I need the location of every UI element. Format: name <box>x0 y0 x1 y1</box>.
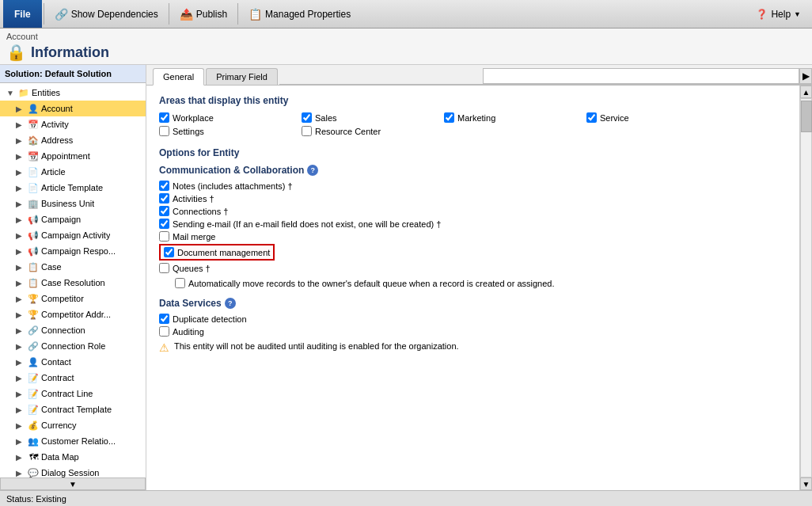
sidebar-tree[interactable]: ▼ 📁 Entities ▶ 👤 Account ▶ 📅 Activity ▶ … <box>0 83 146 477</box>
sidebar-item-account[interactable]: ▶ 👤 Account <box>0 101 146 116</box>
area-checkbox-label: Resource Center <box>315 127 381 136</box>
item-arrow-icon: ▶ <box>16 390 25 398</box>
managed-properties-button[interactable]: 📋 Managed Properties <box>240 0 359 28</box>
item-icon: 📢 <box>27 245 40 257</box>
comm-checkbox-item: Activities † <box>159 193 787 204</box>
comm-checkbox[interactable] <box>159 206 169 216</box>
help-icon: ❓ <box>756 9 768 20</box>
sidebar-header: Solution: Default Solution <box>0 65 146 83</box>
comm-checkbox[interactable] <box>159 193 169 204</box>
item-arrow-icon: ▶ <box>16 168 25 177</box>
sidebar-item-business-unit[interactable]: ▶ 🏢 Business Unit <box>0 196 146 211</box>
area-checkbox[interactable] <box>302 112 312 123</box>
form-content[interactable]: Areas that display this entity Workplace… <box>146 86 799 490</box>
item-icon: 👤 <box>27 102 40 115</box>
comm-checkbox-item: Mail merge <box>159 231 787 242</box>
tab-general[interactable]: General <box>153 68 204 86</box>
item-arrow-icon: ▶ <box>16 279 25 287</box>
sidebar-item-dialog-session[interactable]: ▶ 💬 Dialog Session <box>0 465 146 477</box>
sidebar-item-campaign-respo[interactable]: ▶ 📢 Campaign Respo... <box>0 243 146 259</box>
name-input[interactable] <box>483 68 799 84</box>
data-service-checkbox-item: Duplicate detection <box>159 314 787 324</box>
area-checkbox[interactable] <box>159 126 169 136</box>
item-icon: 🏢 <box>27 197 40 210</box>
data-checkbox-label: Auditing <box>173 327 204 337</box>
publish-button[interactable]: 📤 Publish <box>171 0 236 28</box>
item-icon: 📄 <box>27 165 40 178</box>
sidebar-item-article-template[interactable]: ▶ 📄 Article Template <box>0 180 146 196</box>
publish-icon: 📤 <box>180 8 193 21</box>
sidebar-item-connection-role[interactable]: ▶ 🔗 Connection Role <box>0 338 146 354</box>
item-arrow-icon: ▶ <box>16 215 25 224</box>
show-dependencies-button[interactable]: 🔗 Show Dependencies <box>46 0 167 28</box>
area-checkbox[interactable] <box>586 112 597 123</box>
item-arrow-icon: ▶ <box>16 295 25 303</box>
sidebar-item-activity[interactable]: ▶ 📅 Activity <box>0 116 146 132</box>
right-scrollbar[interactable]: ▲ ▼ <box>799 86 812 490</box>
data-services-info-icon[interactable]: ? <box>225 298 236 309</box>
item-label: Article Template <box>41 183 103 192</box>
scroll-track[interactable] <box>800 98 812 477</box>
item-label: Contract <box>41 373 74 382</box>
sidebar-item-contact[interactable]: ▶ 👤 Contact <box>0 354 146 370</box>
comm-checkbox-label: Activities † <box>173 194 214 204</box>
help-button[interactable]: ❓ Help ▼ <box>748 0 809 28</box>
auto-move-sub-item: Automatically move records to the owner'… <box>159 278 787 288</box>
comm-checkbox[interactable] <box>159 231 169 242</box>
area-checkbox[interactable] <box>302 126 312 136</box>
scroll-right-button[interactable]: ▶ <box>799 68 812 84</box>
item-label: Article <box>41 167 66 177</box>
comm-info-icon[interactable]: ? <box>307 165 318 176</box>
comm-checkbox-item: Connections † <box>159 206 787 216</box>
sidebar-item-contract[interactable]: ▶ 📝 Contract <box>0 370 146 386</box>
auto-move-checkbox[interactable] <box>175 278 185 288</box>
sidebar-item-campaign[interactable]: ▶ 📢 Campaign <box>0 211 146 227</box>
area-checkbox-label: Marketing <box>457 113 495 123</box>
warning-row: ⚠ This entity will not be audited until … <box>159 341 787 354</box>
area-checkbox[interactable] <box>159 112 169 123</box>
managed-properties-icon: 📋 <box>249 8 262 21</box>
item-label: Customer Relatio... <box>41 436 116 446</box>
item-label: Data Map <box>41 452 79 462</box>
options-section-title: Options for Entity <box>159 147 787 158</box>
data-checkbox[interactable] <box>159 314 169 324</box>
area-checkbox[interactable] <box>444 112 454 123</box>
comm-checkbox[interactable] <box>164 247 174 257</box>
scroll-up-button[interactable]: ▲ <box>800 86 812 98</box>
area-checkbox-item: Workplace <box>159 112 302 123</box>
tab-bar: General Primary Field ▶ <box>146 65 812 86</box>
sidebar-item-competitor-addr[interactable]: ▶ 🏆 Competitor Addr... <box>0 306 146 322</box>
sidebar-item-connection[interactable]: ▶ 🔗 Connection <box>0 322 146 338</box>
item-arrow-icon: ▶ <box>16 120 25 129</box>
comm-checkbox[interactable] <box>159 263 169 273</box>
sidebar-item-customer-relatio[interactable]: ▶ 👥 Customer Relatio... <box>0 433 146 449</box>
data-checkbox[interactable] <box>159 326 169 337</box>
sidebar-item-case-resolution[interactable]: ▶ 📋 Case Resolution <box>0 275 146 291</box>
scroll-thumb[interactable] <box>801 101 812 132</box>
tab-primary-field[interactable]: Primary Field <box>206 68 278 85</box>
item-label: Contract Line <box>41 389 93 398</box>
sidebar-item-appointment[interactable]: ▶ 📆 Appointment <box>0 148 146 164</box>
data-services-checkboxes: Duplicate detection Auditing <box>159 314 787 337</box>
area-checkbox-item: Marketing <box>444 112 586 123</box>
sidebar-scroll-down-button[interactable]: ▼ <box>0 477 146 490</box>
scroll-down-button[interactable]: ▼ <box>800 477 812 490</box>
comm-checkbox-label: Connections † <box>173 207 228 216</box>
sidebar-item-currency[interactable]: ▶ 💰 Currency <box>0 417 146 433</box>
comm-checkbox[interactable] <box>159 181 169 191</box>
sidebar-item-article[interactable]: ▶ 📄 Article <box>0 164 146 180</box>
sidebar-item-case[interactable]: ▶ 📋 Case <box>0 259 146 275</box>
sidebar-item-contract-line[interactable]: ▶ 📝 Contract Line <box>0 386 146 401</box>
file-button[interactable]: File <box>3 0 42 28</box>
areas-checkbox-grid: Workplace Sales Marketing Service Settin… <box>159 112 787 139</box>
sidebar-item-competitor[interactable]: ▶ 🏆 Competitor <box>0 291 146 306</box>
sidebar-item-address[interactable]: ▶ 🏠 Address <box>0 132 146 148</box>
sidebar-item-contract-template[interactable]: ▶ 📝 Contract Template <box>0 401 146 417</box>
item-arrow-icon: ▶ <box>16 184 25 192</box>
sidebar-item-campaign-activity[interactable]: ▶ 📢 Campaign Activity <box>0 227 146 243</box>
sidebar-item-entities[interactable]: ▼ 📁 Entities <box>0 85 146 101</box>
page-title: Information <box>31 44 109 61</box>
sidebar-item-data-map[interactable]: ▶ 🗺 Data Map <box>0 449 146 465</box>
comm-checkbox[interactable] <box>159 219 169 229</box>
item-arrow-icon: ▶ <box>16 453 25 462</box>
